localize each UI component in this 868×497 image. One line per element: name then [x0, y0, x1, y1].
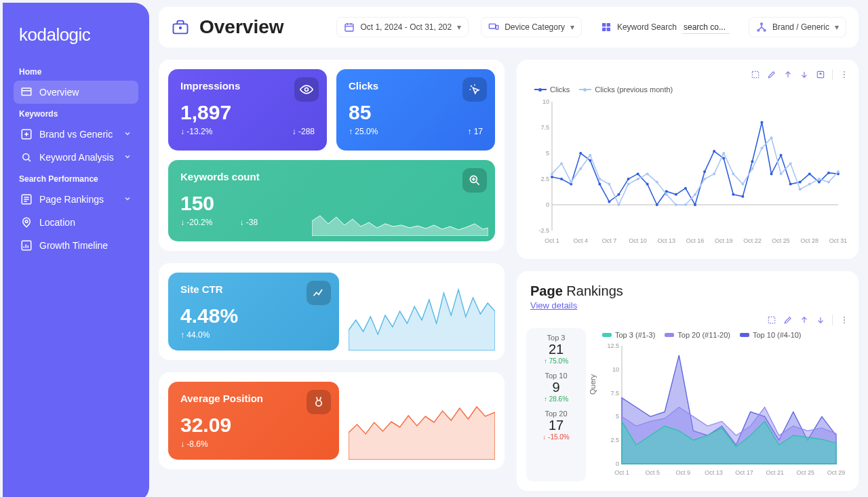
svg-point-80 — [589, 154, 591, 157]
brand-generic-filter[interactable]: Brand / Generic ▾ — [749, 17, 846, 37]
edit-icon[interactable] — [783, 315, 793, 325]
svg-point-4 — [25, 220, 28, 223]
svg-point-60 — [694, 203, 696, 206]
svg-text:12.5: 12.5 — [607, 343, 619, 349]
svg-point-57 — [665, 190, 668, 193]
sidebar-item-label: Brand vs Generic — [39, 129, 113, 140]
svg-text:10: 10 — [542, 98, 549, 105]
date-range-filter[interactable]: Oct 1, 2024 - Oct 31, 202 ▾ — [336, 17, 469, 37]
svg-rect-10 — [496, 25, 498, 29]
svg-rect-0 — [22, 88, 31, 96]
click-icon — [462, 77, 487, 102]
rankings-icon — [20, 193, 33, 205]
svg-rect-11 — [602, 23, 606, 26]
chevron-down-icon — [123, 194, 132, 205]
svg-text:Oct 9: Oct 9 — [676, 469, 691, 476]
svg-point-23 — [844, 71, 845, 73]
clicks-card[interactable]: Clicks 85 ↑ 25.0% ↑ 17 — [336, 69, 495, 151]
arrow-down-icon[interactable] — [800, 70, 809, 79]
svg-point-74 — [827, 172, 830, 174]
svg-point-85 — [637, 178, 639, 180]
card-value: 1,897 — [180, 101, 315, 124]
svg-text:Oct 7: Oct 7 — [602, 237, 617, 244]
svg-rect-8 — [345, 24, 353, 31]
sidebar-item-location[interactable]: Location — [14, 211, 138, 234]
select-area-icon[interactable] — [767, 315, 776, 325]
svg-point-62 — [713, 150, 715, 153]
select-area-icon[interactable] — [751, 70, 760, 79]
sidebar-item-label: Growth Timeline — [39, 240, 108, 251]
svg-point-54 — [637, 172, 639, 175]
svg-point-88 — [665, 193, 668, 196]
rankings-chart: 02.557.51012.5Oct 1Oct 5Oct 9Oct 13Oct 1… — [594, 343, 849, 479]
svg-text:Oct 29: Oct 29 — [827, 469, 846, 476]
page-rankings-panel: Page Rankings View details — [517, 271, 859, 491]
svg-point-78 — [570, 181, 572, 184]
svg-point-91 — [694, 193, 696, 196]
card-value: 4.48% — [180, 304, 327, 327]
magnify-icon — [462, 168, 487, 193]
sidebar-item-overview[interactable]: Overview — [14, 81, 138, 104]
more-icon[interactable] — [840, 315, 849, 325]
view-details-link[interactable]: View details — [530, 300, 845, 311]
more-icon[interactable] — [840, 70, 849, 79]
svg-point-103 — [808, 183, 811, 186]
svg-rect-12 — [607, 23, 610, 26]
device-label: Device Category — [505, 22, 565, 32]
keyword-search-input[interactable] — [682, 21, 730, 34]
date-range-text: Oct 1, 2024 - Oct 31, 202 — [360, 22, 452, 32]
clicks-chart-legend: Clicks Clicks (previous month) — [526, 83, 849, 98]
metric-cards-panel: Impressions 1,897 ↓ -13.2% ↓ -288 — [159, 60, 505, 251]
device-category-filter[interactable]: Device Category ▾ — [481, 17, 582, 37]
calendar-icon — [344, 22, 355, 33]
compare-icon — [20, 128, 33, 140]
svg-point-100 — [780, 172, 783, 175]
keyword-search-filter[interactable]: Keyword Search — [594, 17, 736, 38]
svg-point-81 — [598, 178, 601, 180]
sidebar-item-label: Page Rankings — [39, 194, 104, 205]
svg-point-72 — [808, 172, 811, 175]
edit-icon[interactable] — [767, 70, 776, 79]
impressions-card[interactable]: Impressions 1,897 ↓ -13.2% ↓ -288 — [168, 69, 327, 151]
svg-point-63 — [722, 157, 725, 160]
export-icon[interactable] — [816, 70, 825, 79]
svg-point-110 — [844, 322, 845, 323]
svg-text:Oct 22: Oct 22 — [743, 237, 762, 244]
chevron-down-icon: ▾ — [835, 22, 839, 32]
arrow-up-icon[interactable] — [783, 70, 793, 79]
medal-icon — [307, 390, 331, 414]
clicks-chart: -2.502.557.510Oct 1Oct 4Oct 7Oct 10Oct 1… — [526, 98, 849, 250]
sidebar-item-label: Location — [39, 217, 75, 228]
sidebar-item-keyword-analysis[interactable]: Keyword Analysis — [14, 146, 138, 169]
sidebar-item-page-rankings[interactable]: Page Rankings — [14, 188, 138, 211]
svg-point-45 — [551, 176, 553, 178]
position-sparkline — [349, 382, 495, 460]
sidebar-item-brand-generic[interactable]: Brand vs Generic — [14, 123, 138, 146]
svg-point-46 — [560, 178, 563, 180]
svg-text:Oct 21: Oct 21 — [766, 469, 784, 476]
svg-point-58 — [675, 193, 677, 196]
svg-point-17 — [764, 29, 766, 31]
svg-point-92 — [703, 178, 706, 180]
card-value: 32.09 — [180, 414, 327, 437]
svg-point-105 — [827, 181, 830, 184]
sidebar-item-growth-timeline[interactable]: Growth Timeline — [14, 234, 138, 257]
svg-point-68 — [770, 172, 773, 175]
svg-point-24 — [844, 74, 845, 75]
svg-point-83 — [617, 203, 620, 206]
arrow-down-icon[interactable] — [816, 315, 825, 325]
svg-text:Oct 25: Oct 25 — [772, 237, 790, 244]
rank-stat-top20: Top 20 17 ↓ -15.0% — [529, 410, 583, 441]
card-title: Keywords count — [180, 171, 483, 182]
svg-point-82 — [608, 183, 610, 186]
svg-text:Oct 25: Oct 25 — [797, 469, 815, 476]
svg-point-90 — [684, 203, 687, 206]
svg-point-20 — [316, 401, 321, 406]
card-pct: ↓ -8.6% — [180, 439, 208, 449]
arrow-up-icon[interactable] — [800, 315, 809, 325]
rank-stat-top3: Top 3 21 ↑ 75.0% — [529, 334, 583, 365]
ctr-card[interactable]: Site CTR 4.48% ↑ 44.0% — [168, 273, 339, 351]
svg-point-77 — [560, 162, 563, 165]
keywords-card[interactable]: Keywords count 150 ↓ -20.2% ↓ -38 — [168, 160, 495, 241]
position-card[interactable]: Average Position 32.09 ↓ -8.6% — [168, 382, 339, 460]
